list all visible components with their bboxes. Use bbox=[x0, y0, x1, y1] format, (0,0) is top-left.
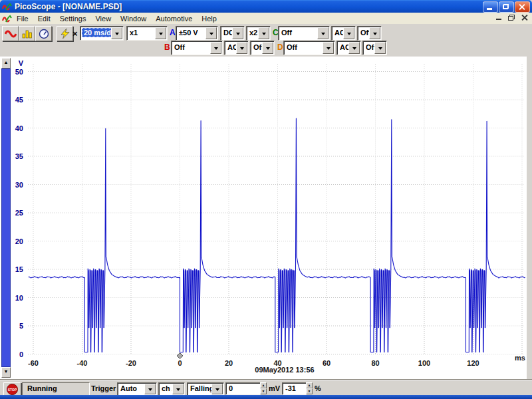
mdi-close-button[interactable] bbox=[519, 13, 529, 22]
trigger-level-input[interactable]: 0 bbox=[225, 382, 261, 395]
vertical-scrollbar[interactable]: ▲ ▼ bbox=[1, 58, 11, 378]
spectrum-view-button[interactable] bbox=[19, 26, 35, 41]
channel-a-range-select[interactable]: ±50 V bbox=[176, 26, 218, 41]
trigger-level-spinner[interactable]: ▲ ▼ bbox=[260, 382, 267, 394]
channel-c-coupling-select[interactable]: AC bbox=[331, 26, 356, 41]
minimize-icon bbox=[487, 8, 492, 10]
y-axis-tick: 0 bbox=[19, 350, 23, 358]
combo-arrow-icon[interactable] bbox=[348, 42, 360, 54]
toolbar: × 20 ms/div x1 A ±50 V DC x2 C Off AC Of… bbox=[0, 24, 532, 57]
mdi-minimize-button[interactable] bbox=[494, 13, 504, 22]
channel-a-probe-select[interactable]: x2 bbox=[246, 26, 271, 41]
spinner-up-icon[interactable]: ▲ bbox=[306, 382, 313, 388]
scrollbar-thumb[interactable] bbox=[1, 68, 11, 367]
trigger-mode-value: Auto bbox=[120, 384, 137, 392]
trigger-level-value: 0 bbox=[229, 384, 233, 392]
scope-view-icon bbox=[5, 29, 17, 39]
channel-c-probe-select[interactable]: Off bbox=[357, 26, 382, 41]
auto-setup-button[interactable] bbox=[57, 26, 73, 41]
timebase-select[interactable]: 20 ms/div bbox=[80, 26, 124, 41]
window-bottom-border bbox=[0, 395, 532, 399]
pre-trigger-input[interactable]: -31 bbox=[282, 382, 307, 395]
x-axis-tick: -40 bbox=[77, 359, 88, 367]
channel-c-range-value: Off bbox=[281, 29, 292, 37]
spinner-up-icon[interactable]: ▲ bbox=[260, 382, 267, 388]
channel-d-probe-select[interactable]: Off bbox=[362, 41, 387, 55]
y-axis-tick: 30 bbox=[15, 181, 23, 189]
restore-button[interactable] bbox=[499, 1, 514, 13]
menu-view[interactable]: View bbox=[90, 14, 116, 23]
timebase-multiplier-select[interactable]: x1 bbox=[126, 26, 168, 41]
y-axis-tick: 5 bbox=[19, 322, 23, 330]
trigger-mode-select[interactable]: Auto bbox=[117, 382, 157, 396]
x-axis-unit: ms bbox=[515, 354, 525, 362]
channel-b-coupling-select[interactable]: AC bbox=[224, 41, 249, 55]
minimize-button[interactable] bbox=[483, 1, 498, 13]
y-axis-unit: V bbox=[19, 59, 24, 67]
combo-arrow-icon[interactable] bbox=[232, 27, 243, 39]
trigger-label: Trigger bbox=[91, 384, 116, 392]
window-title: PicoScope - [NONAME.PSD] bbox=[15, 2, 122, 11]
trigger-level-units: mV bbox=[269, 384, 280, 392]
scroll-down-icon[interactable]: ▼ bbox=[1, 367, 11, 378]
channel-a-probe-value: x2 bbox=[249, 29, 257, 37]
channel-b-probe-select[interactable]: Off bbox=[250, 41, 275, 55]
trigger-source-select[interactable]: ch A bbox=[158, 382, 185, 396]
channel-d-range-select[interactable]: Off bbox=[283, 41, 335, 55]
x-axis-tick: 80 bbox=[371, 359, 379, 367]
auto-setup-icon bbox=[60, 29, 70, 39]
scope-view-button[interactable] bbox=[2, 26, 19, 41]
combo-arrow-icon[interactable] bbox=[262, 42, 273, 54]
combo-arrow-icon[interactable] bbox=[111, 27, 122, 39]
channel-a-label: A bbox=[170, 28, 176, 37]
scroll-up-icon[interactable]: ▲ bbox=[1, 58, 11, 68]
channel-b-range-select[interactable]: Off bbox=[171, 41, 223, 55]
channel-d-coupling-select[interactable]: AC bbox=[336, 41, 361, 55]
menu-settings[interactable]: Settings bbox=[55, 14, 91, 23]
menu-edit[interactable]: Edit bbox=[33, 14, 55, 23]
close-button[interactable] bbox=[515, 1, 530, 13]
channel-c-range-select[interactable]: Off bbox=[278, 26, 330, 41]
spinner-down-icon[interactable]: ▼ bbox=[260, 388, 267, 394]
menu-automotive[interactable]: Automotive bbox=[151, 14, 197, 23]
trigger-direction-value: Falling bbox=[190, 384, 213, 392]
combo-arrow-icon[interactable] bbox=[323, 42, 334, 54]
menu-bar: File Edit Settings View Window Automotiv… bbox=[0, 13, 532, 25]
channel-a-coupling-select[interactable]: DC bbox=[220, 26, 245, 41]
combo-arrow-icon[interactable] bbox=[205, 27, 217, 39]
mdi-restore-button[interactable] bbox=[507, 13, 517, 22]
combo-arrow-icon[interactable] bbox=[211, 384, 223, 394]
combo-arrow-icon[interactable] bbox=[144, 384, 156, 394]
combo-arrow-icon[interactable] bbox=[236, 42, 247, 54]
y-axis-tick: 35 bbox=[15, 152, 23, 160]
stop-button[interactable]: STOP bbox=[3, 382, 21, 396]
stop-icon: STOP bbox=[7, 384, 18, 395]
menu-window[interactable]: Window bbox=[116, 14, 151, 23]
spinner-down-icon[interactable]: ▼ bbox=[306, 388, 313, 394]
timebase-multiplier-value: x1 bbox=[130, 29, 138, 37]
trigger-direction-select[interactable]: Falling bbox=[187, 382, 224, 396]
combo-arrow-icon[interactable] bbox=[343, 27, 354, 39]
combo-arrow-icon[interactable] bbox=[172, 384, 184, 394]
trigger-marker-icon[interactable] bbox=[177, 353, 183, 359]
combo-arrow-icon[interactable] bbox=[369, 27, 380, 39]
combo-arrow-icon[interactable] bbox=[210, 42, 221, 54]
y-axis-tick: 20 bbox=[15, 237, 23, 245]
combo-arrow-icon[interactable] bbox=[317, 27, 329, 39]
y-axis-tick: 10 bbox=[15, 294, 23, 302]
x-axis-tick: 100 bbox=[418, 359, 430, 367]
pre-trigger-spinner[interactable]: ▲ ▼ bbox=[306, 382, 313, 394]
channel-b-range-value: Off bbox=[174, 43, 185, 51]
menu-help[interactable]: Help bbox=[197, 14, 221, 23]
combo-arrow-icon[interactable] bbox=[374, 42, 386, 54]
y-axis-tick: 40 bbox=[15, 124, 23, 132]
capture-state: Running bbox=[27, 384, 57, 392]
menu-file[interactable]: File bbox=[12, 14, 33, 23]
combo-arrow-icon[interactable] bbox=[155, 27, 166, 39]
meter-view-button[interactable] bbox=[35, 26, 52, 41]
app-logo-icon bbox=[2, 2, 12, 11]
combo-arrow-icon[interactable] bbox=[258, 27, 269, 39]
channel-a-range-value: ±50 V bbox=[179, 29, 198, 37]
x-axis-tick: 0 bbox=[178, 359, 182, 367]
timebase-multiply-sign: × bbox=[72, 29, 78, 39]
